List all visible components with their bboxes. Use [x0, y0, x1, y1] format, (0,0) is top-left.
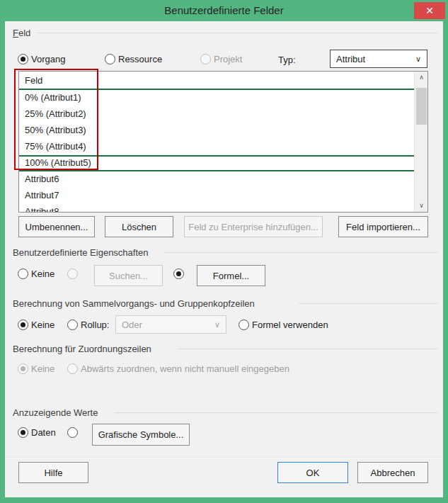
- graphical-radio-icon[interactable]: [67, 427, 78, 438]
- lookup-radio-icon: [67, 269, 78, 279]
- radio-ressource[interactable]: Ressource: [105, 52, 162, 65]
- assignment-none-radio-icon: [18, 363, 28, 374]
- attributes-none-radio-icon[interactable]: [18, 269, 28, 279]
- values-group-label: Anzuzeigende Werte: [13, 407, 100, 418]
- radio-assignment-none: Keine: [18, 362, 54, 375]
- lookup-button: Suchen...: [94, 265, 163, 286]
- data-radio-label: Daten: [31, 427, 56, 438]
- type-dropdown[interactable]: Attribut ∨: [330, 50, 427, 68]
- radio-use-formula[interactable]: Formel verwenden: [239, 318, 328, 331]
- help-button[interactable]: Hilfe: [18, 462, 88, 483]
- scrollbar-thumb[interactable]: [416, 88, 427, 125]
- rollup-group-line: [299, 303, 438, 304]
- list-item[interactable]: 25% (Attribut2): [19, 106, 414, 123]
- list-item[interactable]: 0% (Attribut1): [19, 90, 414, 106]
- import-field-button[interactable]: Feld importieren...: [338, 216, 428, 237]
- field-list-rows: 0% (Attribut1)25% (Attribut2)50% (Attrib…: [19, 90, 414, 212]
- field-list[interactable]: Feld 0% (Attribut1)25% (Attribut2)50% (A…: [18, 71, 428, 213]
- chevron-down-icon: ∨: [214, 320, 220, 329]
- field-group-label: Feld: [13, 28, 33, 38]
- radio-rollup-none[interactable]: Keine: [18, 318, 54, 331]
- graphical-indicators-button[interactable]: Grafische Symbole...: [92, 424, 190, 446]
- dialog-title: Benutzerdefinierte Felder: [0, 0, 448, 21]
- list-item[interactable]: 50% (Attribut3): [19, 123, 414, 139]
- radio-projekt: Projekt: [200, 52, 242, 65]
- titlebar[interactable]: Benutzerdefinierte Felder ✕: [0, 0, 448, 21]
- use-formula-radio-icon[interactable]: [239, 320, 249, 330]
- list-item[interactable]: 75% (Attribut4): [19, 139, 414, 155]
- rollup-none-radio-label: Keine: [31, 320, 54, 330]
- radio-rollup[interactable]: Rollup:: [67, 318, 109, 331]
- radio-lookup: [67, 267, 78, 280]
- ressource-radio-icon[interactable]: [105, 54, 115, 64]
- ok-button[interactable]: OK: [277, 462, 348, 483]
- values-group-line: [115, 412, 438, 413]
- footer-separator: [7, 457, 441, 458]
- close-button[interactable]: ✕: [414, 2, 445, 19]
- list-item[interactable]: 100% (Attribut5): [19, 155, 414, 171]
- chevron-down-icon: ∨: [415, 55, 421, 64]
- ressource-radio-label: Ressource: [118, 54, 162, 64]
- scroll-down-icon[interactable]: ∨: [415, 200, 428, 212]
- vorgang-radio-label: Vorgang: [31, 54, 65, 64]
- list-item[interactable]: Attribut8: [19, 204, 414, 212]
- radio-vorgang[interactable]: Vorgang: [18, 52, 65, 65]
- radio-graphical[interactable]: [67, 426, 78, 439]
- radio-attributes-none[interactable]: Keine: [18, 267, 54, 280]
- field-list-inner: Feld 0% (Attribut1)25% (Attribut2)50% (A…: [19, 72, 414, 212]
- formula-radio-icon[interactable]: [173, 269, 184, 279]
- attributes-none-radio-label: Keine: [31, 269, 54, 279]
- assignment-group-line: [177, 349, 438, 349]
- list-item[interactable]: Attribut6: [19, 171, 414, 188]
- radio-data[interactable]: Daten: [18, 426, 56, 439]
- formula-button[interactable]: Formel...: [197, 265, 265, 286]
- type-label: Typ:: [278, 55, 296, 65]
- field-list-scrollbar[interactable]: ∧ ∨: [414, 72, 427, 212]
- rollup-none-radio-icon[interactable]: [18, 320, 28, 330]
- field-list-header: Feld: [19, 72, 414, 90]
- radio-rolldown: Abwärts zuordnen, wenn nicht manuell ein…: [67, 362, 289, 375]
- rollup-radio-label: Rollup:: [81, 320, 109, 330]
- custom-attributes-group-label: Benutzerdefinierte Eigenschaften: [13, 247, 151, 258]
- rollup-dropdown: Oder ∨: [115, 315, 226, 334]
- rollup-group-label: Berechnung von Sammelvorgangs- und Grupp…: [13, 298, 258, 309]
- scroll-up-icon[interactable]: ∧: [415, 72, 428, 84]
- field-group-line: [37, 33, 438, 33]
- projekt-radio-icon: [200, 54, 211, 64]
- data-radio-icon[interactable]: [18, 427, 28, 438]
- close-icon: ✕: [425, 5, 434, 16]
- add-to-enterprise-button: Feld zu Enterprise hinzufügen...: [184, 216, 323, 237]
- use-formula-radio-label: Formel verwenden: [252, 320, 328, 330]
- custom-attributes-group-line: [164, 252, 438, 253]
- dialog-window: Benutzerdefinierte Felder ✕ Feld Vorgang…: [0, 0, 448, 503]
- vorgang-radio-icon[interactable]: [18, 54, 28, 64]
- list-item[interactable]: Attribut7: [19, 188, 414, 204]
- rolldown-radio-icon: [67, 363, 78, 374]
- type-dropdown-value: Attribut: [336, 54, 415, 64]
- radio-formula[interactable]: [173, 267, 184, 280]
- rolldown-radio-label: Abwärts zuordnen, wenn nicht manuell ein…: [81, 363, 289, 374]
- delete-button[interactable]: Löschen: [105, 216, 173, 237]
- assignment-group-label: Berechnung für Zuordnungszeilen: [13, 344, 154, 354]
- projekt-radio-label: Projekt: [214, 54, 242, 64]
- rollup-dropdown-value: Oder: [122, 320, 214, 330]
- cancel-button[interactable]: Abbrechen: [357, 462, 428, 483]
- rename-button[interactable]: Umbenennen...: [18, 216, 95, 237]
- rollup-radio-icon[interactable]: [67, 320, 78, 330]
- assignment-none-radio-label: Keine: [31, 363, 54, 374]
